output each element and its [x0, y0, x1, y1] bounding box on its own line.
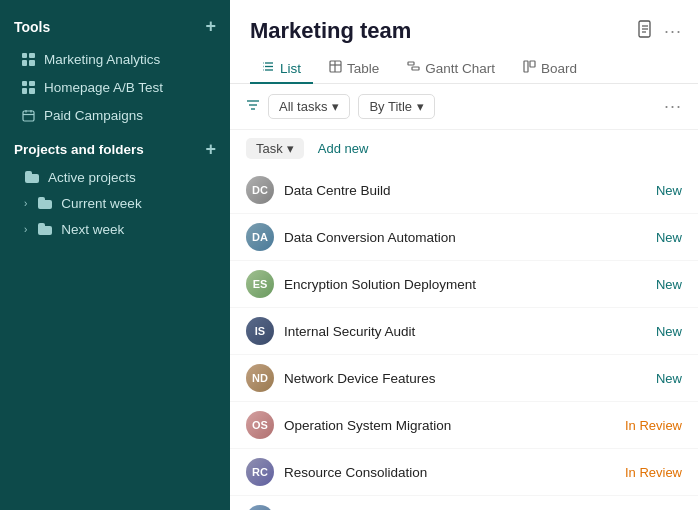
tab-gantt-label: Gantt Chart [425, 61, 495, 76]
table-row[interactable]: ES Encryption Solution Deployment New [230, 261, 698, 308]
filter-more-icon[interactable]: ··· [664, 96, 682, 117]
table-row[interactable]: OS Operation System Migration In Review [230, 402, 698, 449]
main-header: Marketing team ··· [230, 0, 698, 44]
sidebar-item-label: Homepage A/B Test [44, 80, 163, 95]
sidebar-item-label: Next week [61, 222, 124, 237]
sidebar-add-button[interactable]: + [205, 16, 216, 37]
avatar: IS [246, 317, 274, 345]
task-type-label: Task [256, 141, 283, 156]
status-badge: New [656, 228, 682, 247]
projects-add-button[interactable]: + [205, 139, 216, 160]
sidebar-item-next-week[interactable]: › Next week [0, 216, 230, 242]
grid-icon [20, 51, 36, 67]
status-badge: In Review [625, 463, 682, 482]
task-type-badge[interactable]: Task ▾ [246, 138, 304, 159]
chevron-down-icon: ▾ [417, 99, 424, 114]
chevron-right-icon: › [24, 224, 27, 235]
chevron-right-icon: › [24, 198, 27, 209]
tab-board-label: Board [541, 61, 577, 76]
avatar: DA [246, 223, 274, 251]
sidebar-item-label: Active projects [48, 170, 136, 185]
avatar: ES [246, 270, 274, 298]
tab-table[interactable]: Table [317, 54, 391, 84]
svg-rect-0 [23, 111, 34, 121]
table-row[interactable]: SR Server Retirement Accepted [230, 496, 698, 510]
main-content: Marketing team ··· [230, 0, 698, 510]
chevron-down-icon: ▾ [287, 141, 294, 156]
chevron-down-icon: ▾ [332, 99, 339, 114]
avatar: DC [246, 176, 274, 204]
sidebar-item-label: Marketing Analytics [44, 52, 160, 67]
sidebar-item-marketing-analytics[interactable]: Marketing Analytics [0, 45, 230, 73]
table-icon [329, 60, 342, 76]
sidebar-item-active-projects[interactable]: Active projects [0, 164, 230, 190]
sidebar-item-current-week[interactable]: › Current week [0, 190, 230, 216]
all-tasks-label: All tasks [279, 99, 327, 114]
document-icon[interactable] [636, 20, 654, 42]
list-icon [262, 60, 275, 76]
svg-rect-20 [530, 61, 535, 67]
table-row[interactable]: ND Network Device Features New [230, 355, 698, 402]
status-badge: In Review [625, 416, 682, 435]
by-title-filter[interactable]: By Title ▾ [358, 94, 435, 119]
calendar-icon [20, 107, 36, 123]
task-name: Data Conversion Automation [284, 230, 646, 245]
status-badge: New [656, 369, 682, 388]
avatar: SR [246, 505, 274, 510]
add-new-button[interactable]: Add new [312, 138, 375, 159]
tabs-bar: List Table Gantt Chart [230, 44, 698, 84]
task-name: Network Device Features [284, 371, 646, 386]
folder-icon [37, 221, 53, 237]
sidebar-item-label: Paid Campaigns [44, 108, 143, 123]
tab-board[interactable]: Board [511, 54, 589, 84]
sidebar: Tools + Marketing Analytics Homepage A/B… [0, 0, 230, 510]
filter-bar: All tasks ▾ By Title ▾ ··· [230, 84, 698, 130]
folder-icon [24, 169, 40, 185]
avatar: RC [246, 458, 274, 486]
task-name: Data Centre Build [284, 183, 646, 198]
tab-table-label: Table [347, 61, 379, 76]
svg-rect-19 [524, 61, 528, 72]
all-tasks-filter[interactable]: All tasks ▾ [268, 94, 350, 119]
task-list: DC Data Centre Build New DA Data Convers… [230, 167, 698, 510]
tools-label: Tools [14, 19, 50, 35]
tab-list-label: List [280, 61, 301, 76]
tab-gantt[interactable]: Gantt Chart [395, 54, 507, 84]
board-icon [523, 60, 536, 76]
table-row[interactable]: DA Data Conversion Automation New [230, 214, 698, 261]
table-row[interactable]: DC Data Centre Build New [230, 167, 698, 214]
status-badge: New [656, 181, 682, 200]
sidebar-item-label: Current week [61, 196, 141, 211]
filter-icon [246, 98, 260, 115]
sidebar-tools-header: Tools + [0, 12, 230, 45]
status-badge: New [656, 275, 682, 294]
projects-label: Projects and folders [14, 142, 144, 157]
gantt-icon [407, 60, 420, 76]
task-name: Resource Consolidation [284, 465, 615, 480]
header-icons: ··· [636, 20, 682, 42]
table-row[interactable]: RC Resource Consolidation In Review [230, 449, 698, 496]
projects-section-header: Projects and folders + [0, 129, 230, 164]
svg-rect-17 [408, 62, 414, 65]
avatar: OS [246, 411, 274, 439]
more-options-icon[interactable]: ··· [664, 21, 682, 42]
task-name: Internal Security Audit [284, 324, 646, 339]
task-name: Encryption Solution Deployment [284, 277, 646, 292]
avatar: ND [246, 364, 274, 392]
svg-rect-18 [412, 67, 419, 70]
task-name: Operation System Migration [284, 418, 615, 433]
sidebar-item-paid-campaigns[interactable]: Paid Campaigns [0, 101, 230, 129]
folder-icon [37, 195, 53, 211]
table-row[interactable]: IS Internal Security Audit New [230, 308, 698, 355]
task-type-row: Task ▾ Add new [230, 130, 698, 167]
status-badge: New [656, 322, 682, 341]
by-title-label: By Title [369, 99, 412, 114]
page-title: Marketing team [250, 18, 411, 44]
sidebar-item-homepage-ab[interactable]: Homepage A/B Test [0, 73, 230, 101]
tab-list[interactable]: List [250, 54, 313, 84]
grid-icon [20, 79, 36, 95]
